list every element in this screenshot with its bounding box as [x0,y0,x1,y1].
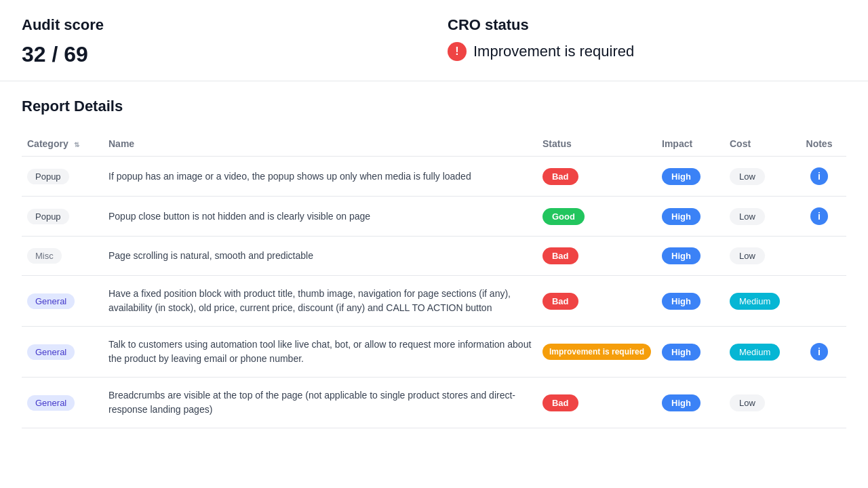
audit-score-section: Audit score 32 / 69 [22,16,420,67]
column-header-notes: Notes [792,131,846,157]
notes-cell [792,237,846,276]
status-badge: Improvement is required [542,344,651,360]
report-section: Report Details Category ⇅ Name Status Im… [0,81,868,445]
info-icon[interactable]: i [810,167,828,185]
status-badge: Bad [542,293,578,310]
category-badge: General [27,395,75,411]
category-cell: Popup [22,157,103,197]
cost-cell: Low [724,157,792,197]
cost-cell: Low [724,237,792,276]
cost-badge: Low [730,168,765,185]
notes-cell: i [792,197,846,237]
cost-cell: Low [724,378,792,428]
cro-status-text: Improvement is required [473,43,634,60]
cost-badge: Low [730,394,765,411]
cost-cell: Medium [724,276,792,327]
status-badge: Bad [542,394,578,411]
category-cell: General [22,378,103,428]
column-header-status: Status [537,131,656,157]
audit-score-value: 32 / 69 [22,42,420,67]
report-table: Category ⇅ Name Status Impact Cost Notes… [22,131,846,428]
column-header-impact: Impact [656,131,724,157]
table-row: PopupIf popup has an image or a video, t… [22,157,846,197]
impact-badge: High [662,208,701,225]
column-header-name: Name [103,131,537,157]
category-badge: General [27,344,75,360]
impact-cell: High [656,237,724,276]
name-cell: Page scrolling is natural, smooth and pr… [103,237,537,276]
column-header-category[interactable]: Category ⇅ [22,131,103,157]
cost-badge: Medium [730,293,780,310]
name-cell: If popup has an image or a video, the po… [103,157,537,197]
warning-icon: ! [448,42,467,61]
category-cell: Misc [22,237,103,276]
status-cell: Improvement is required [537,327,656,378]
cro-status-section: CRO status ! Improvement is required [420,16,846,67]
impact-badge: High [662,394,701,411]
name-cell: Have a fixed position block with product… [103,276,537,327]
impact-cell: High [656,197,724,237]
category-cell: General [22,276,103,327]
info-icon[interactable]: i [810,207,828,225]
table-row: PopupPopup close button is not hidden an… [22,197,846,237]
status-cell: Bad [537,157,656,197]
status-badge: Bad [542,168,578,185]
impact-cell: High [656,327,724,378]
status-cell: Bad [537,276,656,327]
status-cell: Good [537,197,656,237]
impact-cell: High [656,157,724,197]
notes-cell: i [792,327,846,378]
cost-badge: Low [730,208,765,225]
status-cell: Bad [537,378,656,428]
cost-cell: Low [724,197,792,237]
impact-badge: High [662,168,701,185]
table-row: MiscPage scrolling is natural, smooth an… [22,237,846,276]
category-cell: Popup [22,197,103,237]
impact-cell: High [656,276,724,327]
cost-badge: Medium [730,344,780,361]
category-badge: General [27,293,75,309]
info-icon[interactable]: i [810,343,828,361]
impact-cell: High [656,378,724,428]
status-cell: Bad [537,237,656,276]
category-badge: Popup [27,169,69,184]
table-header-row: Category ⇅ Name Status Impact Cost Notes [22,131,846,157]
report-title: Report Details [22,98,846,115]
name-cell: Popup close button is not hidden and is … [103,197,537,237]
cro-status-label: CRO status [448,16,846,34]
cost-badge: Low [730,247,765,264]
name-cell: Talk to customers using automation tool … [103,327,537,378]
notes-cell [792,378,846,428]
category-badge: Popup [27,209,69,224]
category-cell: General [22,327,103,378]
impact-badge: High [662,293,701,310]
cro-status-content: ! Improvement is required [448,42,846,61]
status-badge: Good [542,208,585,225]
status-badge: Bad [542,247,578,264]
notes-cell [792,276,846,327]
notes-cell: i [792,157,846,197]
table-row: GeneralBreadcrumbs are visible at the to… [22,378,846,428]
audit-score-label: Audit score [22,16,420,34]
table-row: GeneralHave a fixed position block with … [22,276,846,327]
sort-icon: ⇅ [74,141,79,148]
name-cell: Breadcrumbs are visible at the top of th… [103,378,537,428]
impact-badge: High [662,344,701,361]
impact-badge: High [662,247,701,264]
category-badge: Misc [27,248,62,264]
cost-cell: Medium [724,327,792,378]
table-row: GeneralTalk to customers using automatio… [22,327,846,378]
top-section: Audit score 32 / 69 CRO status ! Improve… [0,0,868,81]
column-header-cost: Cost [724,131,792,157]
